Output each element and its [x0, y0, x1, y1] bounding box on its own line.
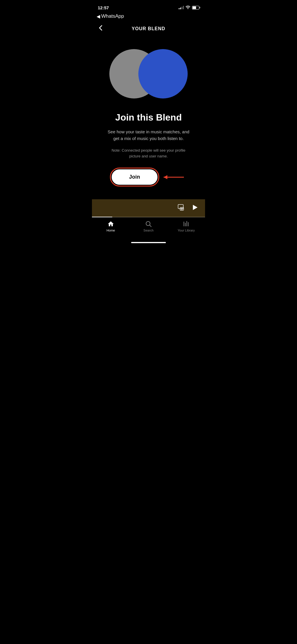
bottom-indicator [92, 240, 205, 246]
circle-blue [138, 49, 188, 98]
whatsapp-label: WhatsApp [101, 13, 124, 19]
join-note: Note: Connected people will see your pro… [108, 148, 189, 159]
svg-point-6 [146, 222, 150, 226]
home-icon [107, 220, 114, 227]
status-time: 12:57 [98, 5, 109, 10]
whatsapp-nav: ◀ WhatsApp [92, 13, 205, 21]
svg-point-4 [181, 208, 183, 210]
status-bar: 12:57 [92, 0, 205, 13]
svg-marker-5 [193, 205, 198, 210]
search-icon [145, 220, 152, 227]
page-title: YOUR BLEND [132, 26, 165, 31]
join-button-wrapper: Join [112, 169, 157, 185]
main-content: Join this Blend See how your taste in mu… [92, 36, 205, 199]
join-description: See how your taste in music matches, and… [105, 129, 192, 142]
svg-marker-1 [164, 175, 167, 179]
arrow-indicator [162, 173, 185, 182]
back-button[interactable] [98, 24, 104, 34]
tab-home[interactable]: Home [92, 220, 130, 232]
tab-library-label: Your Library [178, 229, 195, 232]
play-button[interactable] [192, 204, 198, 212]
back-arrow-whatsapp-icon: ◀ [97, 14, 100, 19]
tab-library[interactable]: Your Library [167, 220, 205, 232]
status-icons [179, 6, 199, 10]
home-indicator [131, 242, 166, 243]
join-button-area: Join [112, 169, 185, 185]
battery-icon [192, 6, 199, 10]
now-playing-bar [92, 199, 205, 217]
wifi-icon [186, 6, 190, 10]
join-button[interactable]: Join [112, 169, 157, 185]
tab-home-label: Home [106, 229, 115, 232]
tab-bar: Home Search Your Library [92, 217, 205, 240]
blend-circles [106, 45, 191, 103]
signal-icon [179, 6, 184, 9]
library-icon [183, 220, 190, 227]
tab-search[interactable]: Search [130, 220, 167, 232]
device-connect-icon[interactable] [178, 203, 186, 213]
svg-rect-3 [180, 207, 184, 210]
join-title: Join this Blend [115, 112, 182, 123]
tab-search-label: Search [144, 229, 154, 232]
svg-line-7 [150, 225, 151, 227]
page-header: YOUR BLEND [92, 21, 205, 36]
svg-rect-2 [178, 204, 183, 209]
